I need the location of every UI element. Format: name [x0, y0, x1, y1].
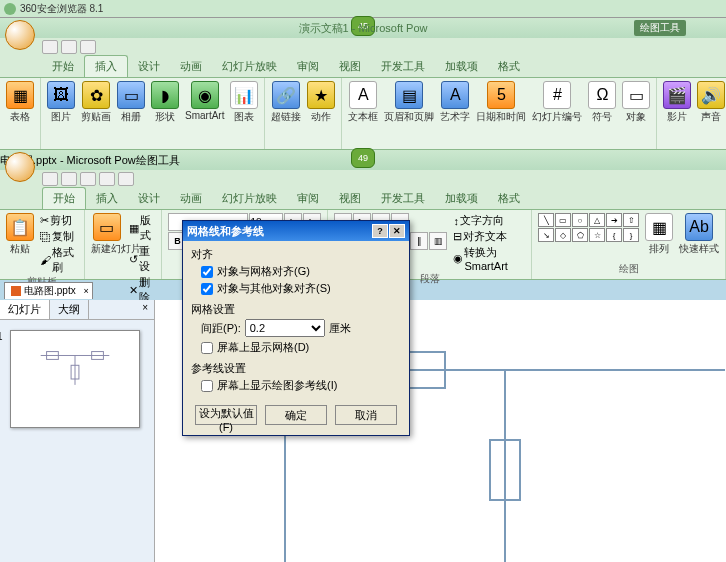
chk-show-guides[interactable]: 屏幕上显示绘图参考线(I): [191, 378, 401, 393]
tab-insert[interactable]: 插入: [84, 55, 128, 77]
qat-save-icon[interactable]: [42, 40, 58, 54]
qat2-x1-icon[interactable]: [99, 172, 115, 186]
btn-cancel[interactable]: 取消: [335, 405, 397, 425]
btn-table[interactable]: ▦表格: [6, 81, 34, 124]
btn-object[interactable]: ▭对象: [622, 81, 650, 124]
btn-ok[interactable]: 确定: [265, 405, 327, 425]
btn-set-default[interactable]: 设为默认值(F): [195, 405, 257, 425]
tab-slideshow[interactable]: 幻灯片放映: [212, 56, 287, 77]
btn-hyperlink[interactable]: 🔗超链接: [271, 81, 301, 124]
btn-newslide[interactable]: ▭新建幻灯片: [91, 213, 123, 256]
chk-snap-objects[interactable]: 对象与其他对象对齐(S): [191, 281, 401, 296]
btn-paste[interactable]: 📋粘贴: [6, 213, 34, 256]
tab2-slideshow[interactable]: 幻灯片放映: [212, 188, 287, 209]
shape-arrow-icon[interactable]: ➔: [606, 213, 622, 227]
tab-format[interactable]: 格式: [488, 56, 530, 77]
shape-line-icon[interactable]: ╲: [538, 213, 554, 227]
tab-design[interactable]: 设计: [128, 56, 170, 77]
tab-home[interactable]: 开始: [42, 56, 84, 77]
linespace-icon[interactable]: ‖: [410, 232, 428, 250]
btn-painter[interactable]: 🖌格式刷: [40, 245, 78, 275]
chk-show-guides-box[interactable]: [201, 380, 213, 392]
tab-view[interactable]: 视图: [329, 56, 371, 77]
btn-wordart[interactable]: A艺术字: [440, 81, 470, 124]
sidepanel-close-icon[interactable]: ×: [136, 300, 154, 319]
btn-picture[interactable]: 🖼图片: [47, 81, 75, 124]
btn-datetime[interactable]: 5日期和时间: [476, 81, 526, 124]
chk-snap-grid[interactable]: 对象与网格对齐(G): [191, 264, 401, 279]
shape-d2-icon[interactable]: }: [623, 228, 639, 242]
btn-clipart[interactable]: ✿剪贴画: [81, 81, 111, 124]
btn-tosmartart[interactable]: ◉转换为 SmartArt: [453, 245, 525, 272]
shape-more-icon[interactable]: ⇧: [623, 213, 639, 227]
tab2-home[interactable]: 开始: [42, 187, 86, 209]
tab-addins[interactable]: 加载项: [435, 56, 488, 77]
btn-cut[interactable]: ✂剪切: [40, 213, 78, 228]
btn-copy[interactable]: ⿻复制: [40, 229, 78, 244]
columns-icon[interactable]: ▥: [429, 232, 447, 250]
win1-context-tab[interactable]: 绘图工具: [634, 20, 686, 36]
btn-reset[interactable]: ↺重设: [129, 244, 156, 274]
qat-redo-icon[interactable]: [80, 40, 96, 54]
btn-action[interactable]: ★动作: [307, 81, 335, 124]
shape-rect-icon[interactable]: ▭: [555, 213, 571, 227]
chk-snap-grid-box[interactable]: [201, 266, 213, 278]
qat2-undo-icon[interactable]: [61, 172, 77, 186]
sidetab-outline[interactable]: 大纲: [50, 300, 89, 319]
chk-show-grid[interactable]: 屏幕上显示网格(D): [191, 340, 401, 355]
picture-icon: 🖼: [47, 81, 75, 109]
chk-snap-objects-box[interactable]: [201, 283, 213, 295]
shape-c2-icon[interactable]: ⬠: [572, 228, 588, 242]
shape-b2-icon[interactable]: {: [606, 228, 622, 242]
qat2-x2-icon[interactable]: [118, 172, 134, 186]
spacing-select[interactable]: 0.2: [245, 319, 325, 337]
btn-textdir[interactable]: ↕文字方向: [453, 213, 525, 228]
dialog-help-icon[interactable]: ?: [372, 224, 388, 238]
btn-sound[interactable]: 🔊声音: [697, 81, 725, 124]
btn-movie[interactable]: 🎬影片: [663, 81, 691, 124]
btn-quickstyle[interactable]: Ab快速样式: [679, 213, 719, 256]
btn-album[interactable]: ▭相册: [117, 81, 145, 124]
btn-slidenum[interactable]: #幻灯片编号: [532, 81, 582, 124]
qat-undo-icon[interactable]: [61, 40, 77, 54]
shape-oval-icon[interactable]: ○: [572, 213, 588, 227]
btn-smartart[interactable]: ◉SmartArt: [185, 81, 224, 121]
tab2-format[interactable]: 格式: [488, 188, 530, 209]
close-icon[interactable]: ×: [83, 286, 88, 296]
dialog-titlebar[interactable]: 网格线和参考线 ? ✕: [183, 221, 409, 241]
tab-anim[interactable]: 动画: [170, 56, 212, 77]
tab2-insert[interactable]: 插入: [86, 188, 128, 209]
slide-thumbnail-1[interactable]: 1: [10, 330, 140, 428]
btn-chart[interactable]: 📊图表: [230, 81, 258, 124]
shape-tri-icon[interactable]: △: [589, 213, 605, 227]
shape-l2-icon[interactable]: ↘: [538, 228, 554, 242]
sidetab-slides[interactable]: 幻灯片: [0, 300, 50, 319]
btn-headerfooter[interactable]: ▤页眉和页脚: [384, 81, 434, 124]
tab2-view[interactable]: 视图: [329, 188, 371, 209]
office-button-1[interactable]: [5, 20, 35, 50]
qat2-redo-icon[interactable]: [80, 172, 96, 186]
shape-gallery[interactable]: ╲▭○△➔⇧ ↘◇⬠☆{}: [538, 213, 639, 242]
tab2-anim[interactable]: 动画: [170, 188, 212, 209]
btn-shapes[interactable]: ◗形状: [151, 81, 179, 124]
btn-layout[interactable]: ▦版式: [129, 213, 156, 243]
tab-dev[interactable]: 开发工具: [371, 56, 435, 77]
btn-textbox[interactable]: A文本框: [348, 81, 378, 124]
tab2-dev[interactable]: 开发工具: [371, 188, 435, 209]
office-button-2[interactable]: [5, 152, 35, 182]
btn-aligntext[interactable]: ⊟对齐文本: [453, 229, 525, 244]
btn-symbol[interactable]: Ω符号: [588, 81, 616, 124]
tab2-addins[interactable]: 加载项: [435, 188, 488, 209]
doc-tab-circuit[interactable]: 电路图.pptx ×: [4, 282, 93, 299]
chk-show-grid-box[interactable]: [201, 342, 213, 354]
btn-arrange[interactable]: ▦排列: [645, 213, 673, 256]
qat2-save-icon[interactable]: [42, 172, 58, 186]
shape-r2-icon[interactable]: ◇: [555, 228, 571, 242]
shape-s2-icon[interactable]: ☆: [589, 228, 605, 242]
tab-review[interactable]: 审阅: [287, 56, 329, 77]
dialog-close-icon[interactable]: ✕: [389, 224, 405, 238]
win2-context-tab[interactable]: 绘图工具: [136, 153, 180, 168]
tab2-design[interactable]: 设计: [128, 188, 170, 209]
slidenum-icon: #: [543, 81, 571, 109]
tab2-review[interactable]: 审阅: [287, 188, 329, 209]
